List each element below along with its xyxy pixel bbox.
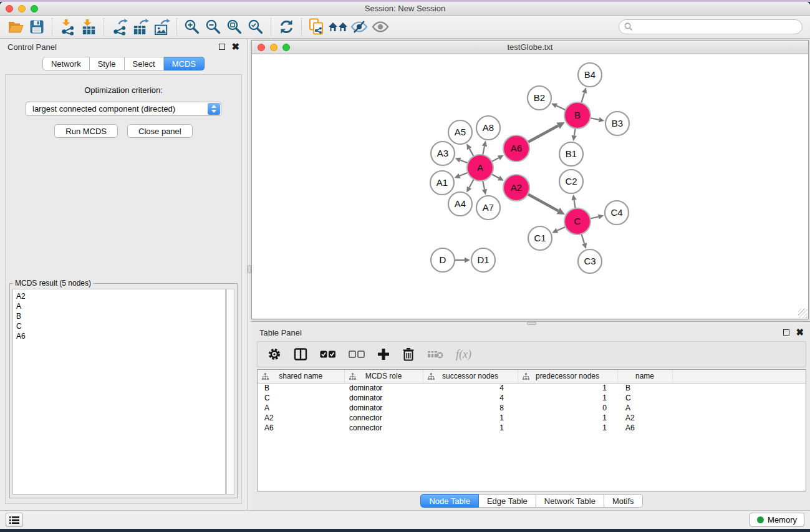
column-header-name[interactable]: name — [617, 370, 672, 383]
network-close-button[interactable] — [258, 44, 265, 51]
graph-node-C1[interactable]: C1 — [528, 226, 552, 250]
import-table-button[interactable] — [78, 17, 99, 37]
column-header-predecessor-nodes[interactable]: predecessor nodes — [518, 370, 617, 383]
graph-node-A6[interactable]: A6 — [503, 135, 529, 162]
table-cell[interactable]: 4 — [423, 393, 518, 403]
maximize-window-button[interactable] — [31, 5, 38, 12]
graph-node-D[interactable]: D — [431, 248, 455, 272]
table-cell[interactable]: 4 — [423, 383, 518, 393]
graph-node-B[interactable]: B — [564, 102, 591, 128]
tab-node-table[interactable]: Node Table — [420, 494, 479, 508]
houses-button[interactable] — [327, 17, 349, 37]
tab-edge-table[interactable]: Edge Table — [479, 494, 536, 508]
column-header-successor-nodes[interactable]: successor nodes — [423, 370, 518, 383]
open-session-button[interactable] — [5, 17, 26, 37]
panel-splitter-horizontal[interactable] — [251, 321, 810, 325]
close-panel-icon[interactable]: ✖ — [231, 44, 239, 50]
graph-node-C[interactable]: C — [564, 208, 591, 235]
table-cell[interactable]: dominator — [344, 393, 423, 403]
export-table-button[interactable] — [130, 17, 151, 37]
table-cell[interactable]: C — [617, 393, 672, 403]
table-cell[interactable]: 1 — [518, 383, 617, 393]
table-cell[interactable]: connector — [344, 413, 423, 423]
graph-node-B4[interactable]: B4 — [578, 63, 602, 87]
mcds-result-item[interactable]: A2 — [16, 291, 225, 301]
search-input[interactable] — [619, 19, 803, 34]
table-cell[interactable]: 8 — [423, 403, 518, 413]
table-cell[interactable]: A — [258, 403, 344, 413]
table-cell[interactable]: A — [617, 403, 672, 413]
window-resize-grip[interactable] — [798, 309, 808, 318]
refresh-button[interactable] — [276, 17, 297, 37]
zoom-in-button[interactable] — [181, 17, 203, 37]
graph-node-D1[interactable]: D1 — [471, 248, 495, 272]
column-header-shared-name[interactable]: shared name — [258, 370, 344, 383]
close-window-button[interactable] — [6, 5, 13, 12]
zoom-out-button[interactable] — [203, 17, 224, 37]
table-cell[interactable]: A2 — [258, 413, 344, 423]
float-panel-icon[interactable] — [783, 329, 789, 336]
delete-table-button[interactable] — [427, 349, 443, 359]
export-image-button[interactable] — [151, 17, 172, 37]
table-cell[interactable]: B — [617, 383, 672, 393]
graph-node-A8[interactable]: A8 — [476, 116, 500, 140]
panel-splitter-vertical[interactable] — [247, 39, 251, 510]
table-cell[interactable]: C — [258, 393, 344, 403]
table-cell[interactable]: connector — [344, 423, 423, 433]
graph-node-C4[interactable]: C4 — [605, 201, 629, 225]
network-canvas[interactable]: B4B2BB3A5A8A6B1A3AA1C2A2A4A7C4CC1C3DD1 — [252, 54, 808, 319]
float-panel-icon[interactable] — [219, 44, 225, 50]
close-panel-button[interactable]: Close panel — [127, 124, 193, 138]
hide-selected-button[interactable] — [349, 17, 370, 37]
graph-node-B1[interactable]: B1 — [559, 142, 583, 166]
tab-style[interactable]: Style — [90, 57, 125, 70]
mcds-result-item[interactable]: B — [16, 311, 225, 321]
table-cell[interactable]: 1 — [423, 413, 518, 423]
show-columns-button[interactable] — [294, 347, 307, 361]
delete-column-button[interactable] — [402, 347, 415, 361]
deselect-all-button[interactable] — [349, 351, 365, 359]
graph-node-A4[interactable]: A4 — [448, 192, 472, 216]
minimize-window-button[interactable] — [18, 5, 26, 12]
graph-node-B3[interactable]: B3 — [605, 112, 629, 135]
column-header-MCDS-role[interactable]: MCDS role — [344, 370, 423, 383]
select-all-button[interactable] — [320, 351, 336, 359]
network-maximize-button[interactable] — [282, 44, 290, 51]
graph-node-A2[interactable]: A2 — [503, 175, 529, 201]
table-cell[interactable]: 1 — [518, 413, 617, 423]
criterion-select[interactable]: largest connected component (directed) — [26, 102, 221, 116]
mcds-result-item[interactable]: A — [16, 301, 225, 311]
run-mcds-button[interactable]: Run MCDS — [54, 124, 118, 138]
table-settings-button[interactable] — [268, 347, 281, 361]
table-cell[interactable]: B — [258, 383, 344, 393]
tab-select[interactable]: Select — [125, 57, 164, 70]
network-minimize-button[interactable] — [270, 44, 277, 51]
table-cell[interactable]: 1 — [518, 393, 617, 403]
save-session-button[interactable] — [26, 17, 47, 37]
graph-node-A7[interactable]: A7 — [476, 196, 500, 220]
mcds-result-item[interactable]: C — [16, 321, 225, 331]
show-all-button[interactable] — [370, 17, 391, 37]
memory-button[interactable]: Memory — [750, 513, 804, 527]
table-cell[interactable]: A6 — [258, 423, 344, 433]
graph-node-A1[interactable]: A1 — [430, 171, 454, 195]
table-cell[interactable]: 1 — [423, 423, 518, 433]
export-network-button[interactable] — [108, 17, 130, 37]
task-history-button[interactable] — [6, 513, 23, 527]
clone-network-button[interactable] — [306, 17, 327, 37]
tab-network[interactable]: Network — [42, 57, 90, 70]
mcds-result-item[interactable]: A6 — [16, 331, 225, 341]
graph-node-C3[interactable]: C3 — [578, 249, 602, 273]
splitter-grip[interactable] — [527, 322, 536, 325]
table-cell[interactable]: A2 — [617, 413, 672, 423]
tab-motifs[interactable]: Motifs — [604, 494, 643, 508]
table-cell[interactable]: 1 — [518, 423, 617, 433]
tab-network-table[interactable]: Network Table — [536, 494, 604, 508]
zoom-selected-button[interactable] — [245, 17, 266, 37]
zoom-fit-button[interactable] — [224, 17, 245, 37]
table-cell[interactable]: 0 — [518, 403, 617, 413]
table-cell[interactable]: A6 — [617, 423, 672, 433]
graph-node-C2[interactable]: C2 — [559, 170, 583, 193]
apply-function-button[interactable]: f(x) — [456, 348, 471, 361]
table-cell[interactable]: dominator — [344, 383, 423, 393]
